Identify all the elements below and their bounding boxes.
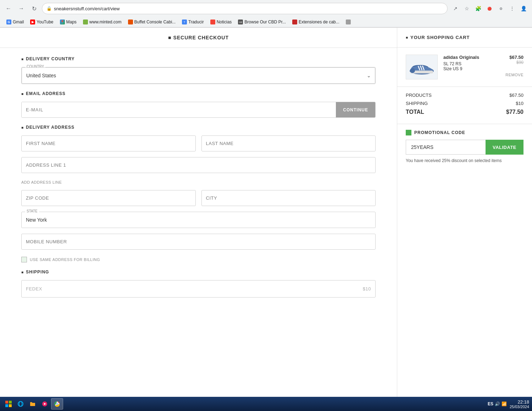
promo-code-input[interactable]	[406, 140, 486, 155]
bookmark-youtube[interactable]: ▶ YouTube	[27, 18, 56, 26]
mobile-field-group	[21, 234, 376, 250]
taskbar-folder[interactable]	[27, 398, 38, 410]
svg-point-11	[19, 401, 22, 406]
state-field-wrapper: STATE	[21, 212, 376, 228]
extension-2[interactable]: ⚙	[496, 4, 506, 13]
clock-time: 22:18	[510, 399, 529, 405]
back-button[interactable]: ←	[4, 4, 13, 13]
last-name-input[interactable]	[201, 135, 376, 151]
extension-1[interactable]: 🔴	[484, 4, 494, 13]
promo-label: PROMOTIONAL CODE	[414, 130, 465, 135]
taskbar-chrome[interactable]	[51, 398, 63, 410]
lock-icon: 🔒	[46, 6, 52, 11]
taskbar-ie[interactable]	[15, 398, 26, 410]
shipping-label: SHIPPING	[406, 101, 428, 106]
remove-link[interactable]: REMOVE	[505, 73, 523, 77]
cart-header: YOUR SHOPPING CART	[397, 28, 532, 48]
email-section-title: EMAIL ADDRESS	[21, 91, 376, 96]
start-button[interactable]	[3, 398, 14, 410]
grand-total-row: TOTAL $77.50	[406, 109, 523, 115]
bookmark-gmail[interactable]: G Gmail	[4, 18, 27, 26]
bookmark-traducir[interactable]: T Traducir	[179, 18, 207, 26]
cart-totals: PRODUCTS $67.50 SHIPPING $10 TOTAL $77.5…	[397, 87, 532, 124]
taskbar-clock: 22:18 25/03/2024	[510, 399, 529, 409]
first-name-input[interactable]	[21, 135, 196, 151]
promo-header: PROMOTIONAL CODE	[406, 130, 523, 135]
discount-text: You have received 25% discount on select…	[406, 158, 523, 163]
svg-rect-7	[9, 401, 12, 404]
taskbar-system-icons: ES 🔊 📶	[488, 401, 507, 406]
add-address-link[interactable]: ADD ADDRESS LINE	[21, 180, 376, 184]
promo-green-icon	[406, 130, 411, 135]
youtube-label: YouTube	[37, 20, 53, 24]
state-input[interactable]	[22, 212, 375, 228]
shoe-image	[408, 57, 436, 77]
validate-button[interactable]: VALIDATE	[486, 140, 523, 155]
share-button[interactable]: ↗	[450, 4, 460, 13]
country-field-group: COUNTRY United States ⌄	[21, 67, 376, 84]
email-field-group: CONTINUE	[21, 102, 376, 118]
delivery-country-title: DELIVERY COUNTRY	[21, 56, 376, 61]
fedex-price: $10	[363, 286, 371, 291]
country-select[interactable]: United States	[22, 67, 375, 84]
bookmark-minted[interactable]: www.minted.com	[80, 18, 124, 26]
first-name-container	[21, 135, 196, 151]
product-price-col: $67.50 $90 REMOVE	[505, 55, 523, 79]
page-container: SECURE CHECKOUT DELIVERY COUNTRY COUNTRY…	[0, 28, 532, 410]
forward-button[interactable]: →	[16, 4, 26, 13]
network-icon: 📶	[501, 401, 507, 406]
state-float-label: STATE	[25, 209, 39, 213]
product-name: adidas Originals	[443, 55, 500, 60]
bookmark-generic[interactable]	[343, 18, 354, 26]
product-variant: SL 72 RS	[443, 61, 500, 66]
svg-rect-9	[9, 404, 12, 407]
bookmark-buffet[interactable]: Buffet Console Cabi...	[125, 18, 179, 26]
shipping-price: $10	[516, 101, 523, 106]
url-text: sneakersnstuff.com/en/cart/view	[54, 6, 443, 11]
cart-section: YOUR SHOPPING CART	[397, 28, 532, 410]
total-label: TOTAL	[406, 109, 424, 115]
reload-button[interactable]: ↻	[29, 4, 39, 13]
promo-input-row: VALIDATE	[406, 140, 523, 155]
browser-toolbar: ← → ↻ 🔒 sneakersnstuff.com/en/cart/view …	[0, 0, 532, 17]
address-line1-input[interactable]	[21, 157, 376, 173]
price-original: $90	[505, 60, 523, 65]
extension-puzzle[interactable]: 🧩	[473, 4, 483, 13]
taskbar: ES 🔊 📶 22:18 25/03/2024	[0, 397, 532, 410]
profile-button[interactable]: 👤	[519, 4, 528, 13]
billing-checkbox-label: USE SAME ADDRESS FOR BILLING	[30, 257, 100, 262]
bookmark-extensiones[interactable]: Extensiones de cab...	[289, 18, 342, 26]
bookmark-mt[interactable]: mt Browse Our CBD Pr...	[235, 18, 289, 26]
shipping-section: SHIPPING FEDEX $10	[21, 270, 376, 298]
continue-button[interactable]: CONTINUE	[336, 102, 375, 117]
fedex-label: FEDEX	[26, 286, 42, 291]
more-button[interactable]: ⋮	[507, 4, 517, 13]
country-select-wrapper: COUNTRY United States ⌄	[21, 67, 376, 84]
taskbar-left	[3, 398, 63, 410]
email-input[interactable]	[22, 102, 336, 117]
browser-actions: ↗ ☆ 🧩 🔴 ⚙ ⋮ 👤	[450, 4, 528, 13]
bookmark-noticias[interactable]: Noticias	[207, 18, 235, 26]
taskbar-media[interactable]	[39, 398, 50, 410]
product-info: adidas Originals SL 72 RS Size US 9	[443, 55, 500, 79]
name-row	[21, 135, 376, 151]
svg-rect-6	[5, 401, 8, 404]
product-size: Size US 9	[443, 66, 500, 71]
fedex-row: FEDEX $10	[21, 280, 376, 298]
billing-checkbox[interactable]	[21, 257, 27, 262]
taskbar-right: ES 🔊 📶 22:18 25/03/2024	[488, 399, 529, 409]
volume-icon: 🔊	[495, 401, 500, 406]
city-input[interactable]	[201, 190, 376, 206]
bookmark-button[interactable]: ☆	[462, 4, 472, 13]
mobile-input[interactable]	[21, 234, 376, 250]
bookmark-maps[interactable]: 📍 Maps	[57, 18, 79, 26]
total-price: $77.50	[506, 109, 523, 115]
language-indicator: ES	[488, 401, 493, 406]
zip-city-row	[21, 190, 376, 206]
checkout-body: DELIVERY COUNTRY COUNTRY United States ⌄…	[0, 48, 397, 306]
clock-date: 25/03/2024	[510, 405, 529, 409]
zip-code-input[interactable]	[21, 190, 196, 206]
shipping-total-row: SHIPPING $10	[406, 101, 523, 106]
address-bar[interactable]: 🔒 sneakersnstuff.com/en/cart/view	[42, 3, 448, 14]
svg-point-16	[56, 403, 58, 405]
